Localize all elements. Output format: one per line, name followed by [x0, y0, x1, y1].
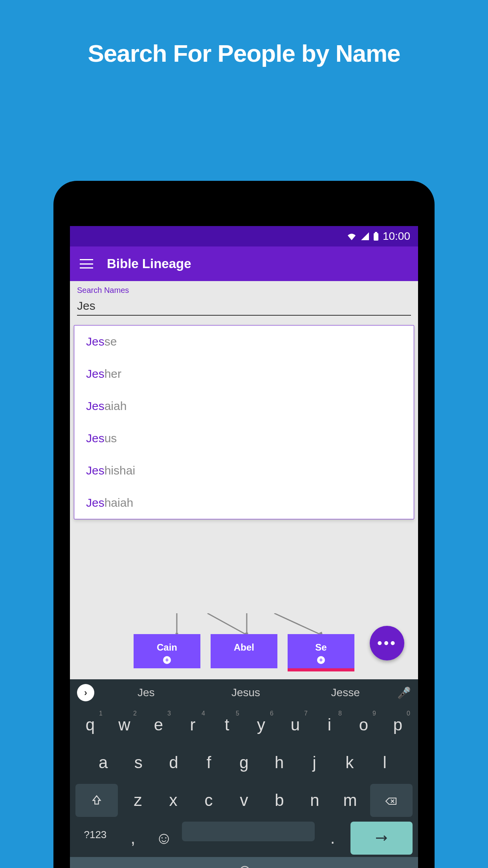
backspace-key[interactable] — [370, 784, 413, 817]
space-key[interactable] — [182, 822, 315, 841]
keyboard-key[interactable]: c — [191, 784, 226, 817]
keyboard-key[interactable]: p0 — [381, 708, 415, 741]
keyboard-key[interactable]: n — [297, 784, 332, 817]
dropdown-item[interactable]: Jesaiah — [74, 390, 414, 422]
keyboard-key[interactable]: y6 — [244, 708, 278, 741]
keyboard-key[interactable]: v — [226, 784, 262, 817]
keyboard-key[interactable]: s — [121, 746, 156, 779]
lineage-node[interactable]: Cain + — [134, 634, 200, 668]
keyboard-suggestion[interactable]: Jesus — [198, 686, 294, 699]
keyboard-key[interactable]: m — [332, 784, 368, 817]
keyboard-key[interactable]: k — [332, 746, 367, 779]
keyboard: › Jes Jesus Jesse 🎤 q1w2e3r4t5y6u7i8o9p0… — [70, 679, 418, 868]
lineage-nodes: Cain + Abel Se + — [70, 634, 418, 668]
match-suffix: us — [105, 432, 117, 445]
keyboard-key[interactable]: r4 — [176, 708, 210, 741]
keyboard-key[interactable]: z — [120, 784, 156, 817]
battery-icon — [373, 232, 379, 241]
dropdown-item[interactable]: Jesher — [74, 358, 414, 390]
lineage-arrows — [70, 613, 418, 637]
nav-bar — [70, 857, 418, 868]
signal-icon — [361, 232, 369, 240]
node-name: Se — [292, 642, 350, 653]
keyboard-key[interactable]: t5 — [210, 708, 244, 741]
match-prefix: Jes — [86, 496, 105, 509]
mic-icon[interactable]: 🎤 — [397, 686, 411, 699]
match-suffix: hishai — [105, 464, 135, 477]
lineage-node[interactable]: Abel — [211, 634, 277, 668]
period-key[interactable]: . — [317, 822, 348, 855]
match-suffix: haiah — [105, 496, 133, 509]
search-dropdown: Jesse Jesher Jesaiah Jesus Jeshishai Jes… — [74, 325, 414, 519]
keyboard-key[interactable]: i8 — [312, 708, 347, 741]
search-section: Search Names — [70, 281, 418, 320]
shift-key[interactable] — [75, 784, 118, 817]
keyboard-row: ?123 , ☺ . — [70, 819, 418, 857]
enter-key[interactable] — [350, 822, 413, 855]
keyboard-key[interactable]: d — [156, 746, 191, 779]
match-suffix: her — [105, 367, 121, 380]
wifi-icon — [347, 232, 357, 240]
keyboard-key[interactable]: f — [191, 746, 227, 779]
keyboard-key[interactable]: x — [156, 784, 191, 817]
nav-back-icon[interactable] — [123, 866, 134, 868]
more-icon: ••• — [377, 635, 397, 651]
svg-point-2 — [240, 866, 250, 868]
keyboard-key[interactable]: u7 — [278, 708, 312, 741]
match-prefix: Jes — [86, 432, 105, 445]
search-input-container — [77, 297, 411, 316]
phone-frame: 10:00 Bible Lineage Search Names Jesse — [53, 181, 435, 868]
match-prefix: Jes — [86, 367, 105, 380]
svg-rect-1 — [375, 232, 377, 234]
lineage-node[interactable]: Se + — [288, 634, 354, 668]
emoji-key[interactable]: ☺ — [149, 822, 180, 855]
comma-key[interactable]: , — [117, 822, 149, 855]
nav-recent-icon[interactable] — [356, 866, 365, 868]
match-suffix: aiah — [105, 399, 127, 412]
keyboard-key[interactable]: a — [86, 746, 121, 779]
dropdown-item[interactable]: Jeshishai — [74, 454, 414, 487]
match-prefix: Jes — [86, 335, 105, 348]
keyboard-key[interactable]: g — [226, 746, 262, 779]
keyboard-row: q1w2e3r4t5y6u7i8o9p0 — [70, 706, 418, 744]
expand-icon: + — [317, 656, 325, 664]
fab-menu-button[interactable]: ••• — [370, 626, 404, 660]
status-bar: 10:00 — [70, 226, 418, 246]
keyboard-key[interactable]: l — [367, 746, 403, 779]
dropdown-item[interactable]: Jesse — [74, 326, 414, 358]
keyboard-key[interactable]: q1 — [73, 708, 107, 741]
node-name: Cain — [138, 642, 196, 653]
search-label: Search Names — [77, 286, 411, 295]
match-prefix: Jes — [86, 464, 105, 477]
expand-icon: + — [163, 656, 171, 664]
status-icons: 10:00 — [347, 230, 410, 243]
search-input[interactable] — [77, 299, 411, 313]
match-prefix: Jes — [86, 399, 105, 412]
app-bar: Bible Lineage — [70, 246, 418, 281]
keyboard-suggestion[interactable]: Jesse — [297, 686, 393, 699]
keyboard-key[interactable]: j — [297, 746, 332, 779]
keyboard-suggestion[interactable]: Jes — [98, 686, 194, 699]
nav-home-icon[interactable] — [238, 865, 251, 868]
screen: 10:00 Bible Lineage Search Names Jesse — [70, 226, 418, 868]
match-suffix: se — [105, 335, 117, 348]
keyboard-key[interactable]: o9 — [347, 708, 381, 741]
promo-title: Search For People by Name — [0, 0, 488, 67]
app-title: Bible Lineage — [107, 256, 191, 271]
menu-icon[interactable] — [80, 259, 93, 268]
keyboard-key[interactable]: w2 — [107, 708, 141, 741]
keyboard-key[interactable]: e3 — [141, 708, 176, 741]
symbols-key[interactable]: ?123 — [73, 822, 117, 855]
keyboard-key[interactable]: b — [262, 784, 297, 817]
dropdown-item[interactable]: Jesus — [74, 422, 414, 454]
node-name: Abel — [215, 642, 273, 653]
keyboard-row: zxcvbnm — [70, 782, 418, 819]
dropdown-item[interactable]: Jeshaiah — [74, 487, 414, 519]
keyboard-row: asdfghjkl — [70, 744, 418, 782]
keyboard-expand-icon[interactable]: › — [77, 684, 94, 701]
status-time: 10:00 — [383, 230, 410, 243]
svg-rect-0 — [374, 233, 378, 241]
keyboard-suggestions: › Jes Jesus Jesse 🎤 — [70, 679, 418, 706]
keyboard-key[interactable]: h — [262, 746, 297, 779]
